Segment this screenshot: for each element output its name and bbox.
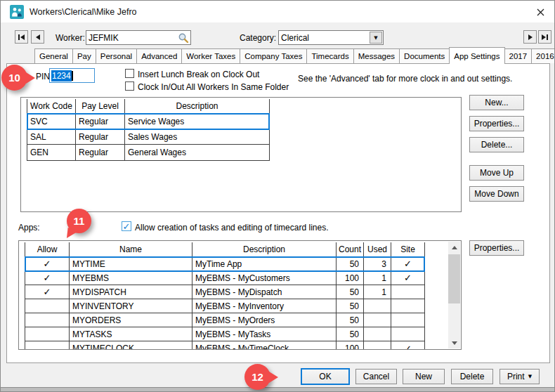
search-icon[interactable] bbox=[178, 32, 189, 44]
insert-lunch-break-checkbox[interactable] bbox=[125, 69, 134, 78]
tab-messages[interactable]: Messages bbox=[353, 48, 400, 63]
tab-personal[interactable]: Personal bbox=[96, 48, 137, 63]
cell-allow bbox=[25, 327, 70, 341]
category-select[interactable]: Clerical ▼ bbox=[278, 30, 384, 45]
cell-count: 50 bbox=[337, 285, 364, 299]
cell-allow bbox=[25, 341, 70, 350]
tab-general[interactable]: General bbox=[34, 48, 73, 63]
properties-app-button[interactable]: Properties... bbox=[469, 240, 524, 256]
allow-tasks-checkbox[interactable]: ✓ bbox=[122, 221, 131, 231]
work-codes-header: Work Code Pay Level Description bbox=[27, 99, 269, 114]
pin-value-selected: 1234 bbox=[51, 70, 72, 81]
move-up-button[interactable]: Move Up bbox=[469, 165, 524, 181]
app-row-mytime[interactable]: ✓ MYTIME MyTime App 50 3 ✓ bbox=[25, 257, 424, 271]
previous-record-button[interactable] bbox=[31, 30, 44, 44]
work-codes-grid: Work Code Pay Level Description SVC Regu… bbox=[27, 99, 270, 161]
cancel-button[interactable]: Cancel bbox=[355, 369, 397, 384]
first-record-button[interactable] bbox=[15, 30, 28, 44]
cell-pay-level: Regular bbox=[76, 129, 125, 144]
pin-input[interactable]: 1234 bbox=[49, 68, 95, 83]
column-header-pay-level: Pay Level bbox=[76, 99, 125, 114]
app-row-mytasks[interactable]: MYTASKS MyEBMS - MyTasks 50 bbox=[25, 327, 424, 341]
last-record-button[interactable] bbox=[538, 30, 551, 44]
category-value: Clerical bbox=[281, 33, 309, 43]
cell-used: 1 bbox=[364, 271, 391, 285]
cell-description: MyEBMS - MyDispatch bbox=[192, 285, 337, 299]
clock-all-workers-checkbox[interactable] bbox=[125, 81, 134, 91]
first-record-icon bbox=[18, 34, 20, 40]
work-code-row-gen[interactable]: GEN Regular General Wages bbox=[27, 145, 269, 160]
chevron-down-icon: ▼ bbox=[374, 35, 377, 41]
cell-site: ✓ bbox=[391, 257, 424, 270]
tab-documents[interactable]: Documents bbox=[399, 48, 450, 63]
tab-company-taxes[interactable]: Company Taxes bbox=[240, 48, 307, 63]
cell-name: MYTIME bbox=[70, 257, 192, 270]
app-row-myebms[interactable]: ✓ MYEBMS MyEBMS - MyCustomers 100 1 ✓ bbox=[25, 271, 424, 285]
print-button-label: Print bbox=[507, 372, 525, 381]
cell-description: MyEBMS - MyCustomers bbox=[192, 271, 337, 285]
next-record-button[interactable] bbox=[523, 30, 537, 44]
app-row-mydispatch[interactable]: ✓ MYDISPATCH MyEBMS - MyDispatch 50 1 bbox=[25, 285, 424, 299]
tab-app-settings[interactable]: App Settings bbox=[449, 47, 504, 64]
work-code-row-svc[interactable]: SVC Regular Service Wages bbox=[27, 114, 269, 129]
scrollbar-up-icon[interactable] bbox=[448, 242, 460, 253]
last-record-icon bbox=[542, 34, 546, 40]
cell-site: ✓ bbox=[391, 271, 424, 285]
worker-value: JEFMIK bbox=[89, 33, 119, 43]
new-work-code-button[interactable]: New... bbox=[469, 95, 524, 110]
delete-button[interactable]: Delete bbox=[451, 369, 493, 384]
previous-record-icon bbox=[36, 34, 40, 40]
work-code-row-sal[interactable]: SAL Regular Sales Wages bbox=[27, 129, 269, 145]
apps-scrollbar[interactable] bbox=[448, 242, 460, 348]
worker-input[interactable]: JEFMIK bbox=[86, 30, 191, 45]
work-codes-list[interactable]: Work Code Pay Level Description SVC Regu… bbox=[20, 97, 462, 212]
cell-description: General Wages bbox=[125, 145, 269, 160]
cell-count: 50 bbox=[337, 313, 364, 327]
app-row-mytimeclock[interactable]: MYTIMECLOCK MyEBMS - MyTimeClock 100 ✓ bbox=[25, 341, 424, 350]
tab-advanced[interactable]: Advanced bbox=[136, 48, 182, 63]
app-row-myorders[interactable]: MYORDERS MyEBMS - MyOrders 50 bbox=[25, 313, 424, 327]
cell-name: MYEBMS bbox=[70, 271, 192, 285]
app-row-myinventory[interactable]: MYINVENTORY MyEBMS - MyInventory 50 bbox=[25, 299, 424, 313]
cell-allow bbox=[25, 313, 70, 327]
worker-label: Worker: bbox=[56, 33, 85, 43]
column-header-description: Description bbox=[192, 242, 337, 257]
cell-name: MYINVENTORY bbox=[70, 299, 192, 313]
cell-description: MyEBMS - MyInventory bbox=[192, 299, 337, 313]
annotation-11-badge: 11 bbox=[67, 209, 91, 233]
category-dropdown-button[interactable]: ▼ bbox=[370, 32, 382, 44]
window-title: Workers\Clerical\Mike Jefro bbox=[30, 7, 137, 17]
cell-site bbox=[391, 327, 424, 341]
print-dropdown-icon: ▼ bbox=[528, 374, 532, 379]
scrollbar-thumb[interactable] bbox=[448, 254, 460, 303]
cell-used bbox=[364, 299, 391, 313]
move-down-button[interactable]: Move Down bbox=[469, 186, 524, 202]
cell-description: MyEBMS - MyOrders bbox=[192, 313, 337, 327]
cell-name: MYTASKS bbox=[70, 327, 192, 341]
cell-allow bbox=[25, 299, 70, 313]
scrollbar-down-icon[interactable] bbox=[448, 337, 460, 348]
column-header-name: Name bbox=[70, 242, 192, 257]
tab-worker-taxes[interactable]: Worker Taxes bbox=[181, 48, 240, 63]
close-icon[interactable] bbox=[535, 6, 546, 18]
cell-work-code: SAL bbox=[27, 129, 76, 144]
category-label: Category: bbox=[240, 33, 276, 43]
cell-description: MyEBMS - MyTasks bbox=[192, 327, 337, 341]
ok-button[interactable]: OK bbox=[301, 368, 350, 385]
apps-list[interactable]: Allow Name Description Count Used Site ✓… bbox=[18, 240, 462, 350]
print-button[interactable]: Print ▼ bbox=[500, 369, 540, 384]
cell-work-code: SVC bbox=[27, 114, 76, 129]
delete-work-code-button[interactable]: Delete... bbox=[469, 137, 524, 152]
tab-pay[interactable]: Pay bbox=[72, 48, 96, 63]
properties-work-code-button[interactable]: Properties... bbox=[469, 116, 524, 131]
tab-timecards[interactable]: Timecards bbox=[306, 48, 353, 63]
tab-2016[interactable]: 2016 bbox=[531, 48, 555, 63]
cell-site bbox=[391, 313, 424, 327]
annotation-12-badge: 12 bbox=[244, 364, 270, 390]
cell-used: 3 bbox=[364, 257, 391, 270]
new-button[interactable]: New bbox=[403, 369, 445, 384]
column-header-count: Count bbox=[337, 242, 364, 257]
cell-allow: ✓ bbox=[25, 271, 70, 285]
worker-dialog-window: Workers\Clerical\Mike Jefro Worker: JEFM… bbox=[0, 0, 555, 392]
tab-2017[interactable]: 2017 bbox=[504, 48, 533, 63]
